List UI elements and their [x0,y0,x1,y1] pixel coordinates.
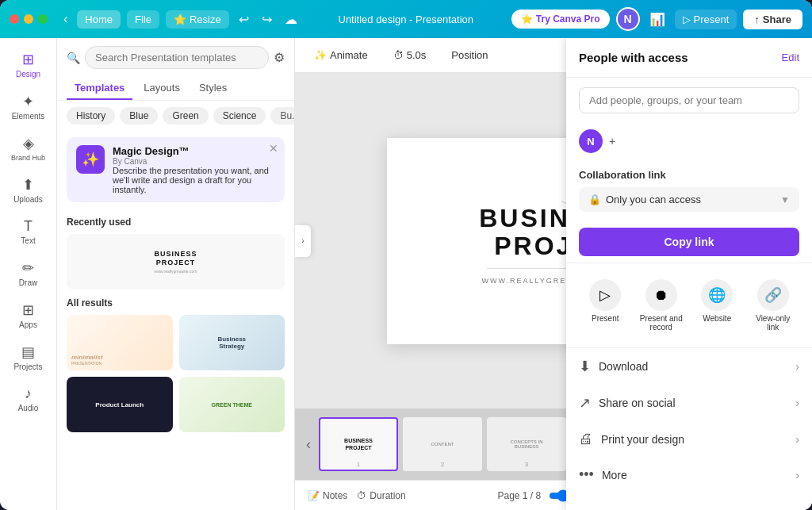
film-slide-3[interactable]: CONCEPTS INBUSINESS 3 [487,417,566,471]
sidebar-label-uploads: Uploads [13,195,43,204]
traffic-lights [10,14,48,24]
magic-design-by: By Canva [113,157,275,166]
projects-icon: ▤ [21,343,35,361]
print-label: Print your design [601,433,684,446]
add-people-input[interactable] [579,87,799,113]
sidebar-item-uploads[interactable]: ⬆ Uploads [0,170,56,210]
chip-green[interactable]: Green [163,107,208,125]
only-you-access-text: 🔒 Only you can access [588,194,701,205]
home-button[interactable]: Home [77,10,121,29]
menu-item-print[interactable]: 🖨 Print your design › [566,421,812,457]
undo-icon[interactable]: ↩ [236,9,252,30]
present-record-label: Present and record [638,314,685,332]
present-label: Present [592,314,619,323]
close-magic-banner-button[interactable]: ✕ [269,142,278,155]
slide-num-2: 2 [441,461,444,468]
chip-history[interactable]: History [67,107,115,125]
download-icon: ⬇ [579,358,591,375]
tab-styles[interactable]: Styles [191,77,235,100]
chevron-left-icon: › [301,236,304,245]
template-item-minimalist[interactable]: minimalist PRESENTATION [67,315,173,370]
action-view-only-link[interactable]: 🔗 View-only link [747,273,800,338]
collaboration-link-row[interactable]: 🔒 Only you can access ▼ [579,187,799,212]
chart-icon[interactable]: 📊 [646,9,668,30]
copy-link-button[interactable]: Copy link [579,228,799,256]
share-button[interactable]: ↑ Share [743,10,802,29]
share-social-chevron-icon: › [795,397,799,409]
menu-item-more[interactable]: ••• More › [566,457,812,493]
duration-button[interactable]: ⏱ 5.0s [387,46,433,64]
present-button[interactable]: ▷ Present [675,10,737,29]
film-slide-1[interactable]: BUSINESSPROJECT 1 [319,417,398,471]
sidebar-item-apps[interactable]: ⊞ Apps [0,295,56,336]
animate-icon: ✨ [314,49,327,61]
slide-num-3: 3 [525,461,528,468]
cloud-icon[interactable]: ☁ [282,9,301,30]
lock-icon: 🔒 [588,194,601,205]
user-avatar[interactable]: N [616,7,640,31]
redo-icon[interactable]: ↪ [259,9,275,30]
sidebar-item-design[interactable]: ⊞ Design [0,44,56,85]
film-slide-2[interactable]: CONTENT 2 [403,417,482,471]
more-label: More [602,469,627,481]
close-window-button[interactable] [10,14,19,24]
sidebar-label-design: Design [16,70,40,79]
sidebar-item-brand-hub[interactable]: ◈ Brand Hub [0,128,56,168]
add-user-icon[interactable]: + [609,135,615,148]
present-record-icon: ⏺ [645,279,677,311]
notes-button[interactable]: 📝 Notes [308,490,347,501]
recently-used-template[interactable]: BUSINESSPROJECT www.reallygreatsite.com [67,234,285,290]
template-item-extra[interactable]: GREEN THEME [179,377,285,432]
sidebar-item-draw[interactable]: ✏ Draw [0,253,56,293]
duration-control-button[interactable]: ⏱ Duration [357,490,405,501]
website-icon: 🌐 [701,279,733,311]
sidebar-item-elements[interactable]: ✦ Elements [0,86,56,127]
collaboration-section: Collaboration link 🔒 Only you can access… [566,159,812,221]
sidebar-label-projects: Projects [13,362,42,371]
template-item-product-launch[interactable]: Product Launch [67,377,173,432]
duration-icon: ⏱ [357,490,366,501]
chip-science[interactable]: Science [213,107,266,125]
menu-item-share-social[interactable]: ↗ Share on social › [566,385,812,421]
sidebar-item-projects[interactable]: ▤ Projects [0,337,56,378]
template-grid: minimalist PRESENTATION Business Strateg… [67,315,285,432]
fullscreen-window-button[interactable] [38,14,48,24]
filmstrip-prev-icon[interactable]: ‹ [303,436,314,453]
back-icon[interactable]: ‹ [60,9,71,29]
chip-blue[interactable]: Blue [120,107,158,125]
sidebar-item-text[interactable]: T Text [0,212,56,251]
templates-scroll-area[interactable]: Recently used BUSINESSPROJECT www.really… [57,209,294,510]
more-icon: ••• [579,466,594,483]
apps-icon: ⊞ [22,301,34,319]
tab-templates[interactable]: Templates [67,77,132,100]
try-pro-button[interactable]: ⭐ Try Canva Pro [511,10,610,29]
position-button[interactable]: Position [445,46,494,64]
resize-button[interactable]: ⭐ Resize [166,10,229,29]
panel-collapse-button[interactable]: › [295,225,311,257]
title-bar: ‹ Home File ⭐ Resize ↩ ↪ ☁ Untitled desi… [0,0,812,38]
minimize-window-button[interactable] [24,14,33,24]
animate-button[interactable]: ✨ Animate [308,46,374,64]
tab-layouts[interactable]: Layouts [136,77,188,100]
file-button[interactable]: File [127,10,159,29]
print-icon: 🖨 [579,431,593,447]
action-present-record[interactable]: ⏺ Present and record [635,273,688,338]
sidebar-item-audio[interactable]: ♪ Audio [0,379,56,419]
text-icon: T [24,218,33,235]
share-panel-header: People with access Edit [566,38,812,78]
menu-item-download[interactable]: ⬇ Download › [566,348,812,385]
action-icons-grid: ▷ Present ⏺ Present and record 🌐 Website… [566,263,812,348]
edit-access-link[interactable]: Edit [782,52,799,63]
action-present[interactable]: ▷ Present [579,273,632,338]
document-title: Untitled design - Presentation [307,13,505,25]
template-item-business-strategy[interactable]: Business Strategy [179,315,285,370]
magic-design-banner[interactable]: ✨ Magic Design™ By Canva Describe the pr… [67,137,285,202]
filter-icon[interactable]: ⚙ [274,50,285,65]
chip-more[interactable]: Bu... [270,107,294,125]
uploads-icon: ⬆ [22,176,34,194]
action-website[interactable]: 🌐 Website [691,273,744,338]
tabs-row: Templates Layouts Styles [57,77,294,101]
search-input[interactable] [85,46,269,69]
collaboration-link-title: Collaboration link [579,169,799,181]
draw-icon: ✏ [22,259,34,277]
